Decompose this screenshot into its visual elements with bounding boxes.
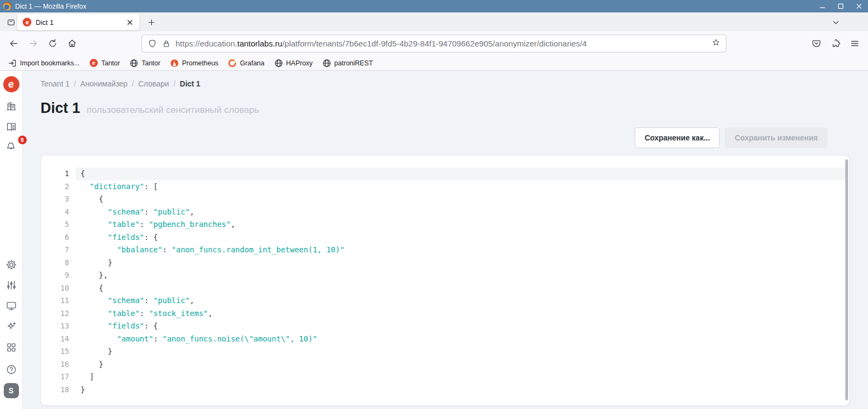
editor-scrollbar[interactable] <box>845 159 848 400</box>
breadcrumb-dictionaries[interactable]: Словари <box>138 79 169 88</box>
back-button[interactable] <box>5 35 22 52</box>
navigation-toolbar: https://education.tantorlabs.ru/platform… <box>0 31 868 56</box>
save-changes-button: Сохранить изменения <box>725 128 827 148</box>
minimize-button[interactable] <box>813 0 831 12</box>
bookmark-import[interactable]: Import bookmarks... <box>4 57 83 69</box>
monitor-icon[interactable] <box>5 300 17 312</box>
bookmark-prometheus[interactable]: Prometheus <box>166 57 222 69</box>
bookmark-star-icon[interactable] <box>711 38 721 49</box>
grafana-swirl-icon <box>228 59 237 68</box>
forward-button[interactable] <box>25 35 42 52</box>
app-sidebar: e 9 <box>0 71 23 409</box>
bookmark-grafana[interactable]: Grafana <box>224 57 268 69</box>
bookmark-tantor-2[interactable]: Tantor <box>126 57 164 69</box>
breadcrumb-tenant[interactable]: Tenant 1 <box>41 79 70 88</box>
pocket-icon[interactable] <box>808 35 825 52</box>
page-title: Dict 1 <box>41 100 80 117</box>
home-button[interactable] <box>64 35 80 52</box>
tab-dict-1[interactable]: e Dict 1 <box>17 14 139 30</box>
globe-icon <box>274 59 283 68</box>
bookmark-haproxy[interactable]: HAProxy <box>271 57 317 69</box>
organization-icon[interactable] <box>5 100 17 112</box>
address-bar[interactable]: https://education.tantorlabs.ru/platform… <box>142 35 726 52</box>
globe-icon <box>130 59 138 68</box>
bookmark-label: Tantor <box>142 59 160 67</box>
globe-icon <box>322 59 331 68</box>
reload-button[interactable] <box>44 35 61 52</box>
apps-grid-icon[interactable] <box>5 341 17 353</box>
tantor-logo-icon: e <box>89 59 98 68</box>
ai-sparkles-icon[interactable] <box>5 320 17 332</box>
editor-gutter: 123456789101112131415161718 <box>41 167 69 396</box>
bookmark-label: patroniREST <box>334 59 373 67</box>
tab-label: Dict 1 <box>36 18 53 26</box>
window-title: Dict 1 — Mozilla Firefox <box>15 3 86 10</box>
notifications-bell-icon[interactable]: 9 <box>0 139 22 151</box>
code-lines[interactable]: { "dictionary": [ { "schema": "public", … <box>80 167 843 396</box>
window-controls <box>813 0 868 12</box>
tantor-logo[interactable]: e <box>3 76 19 92</box>
new-tab-button[interactable] <box>144 15 159 30</box>
url-path: /platform/tenants/7b6ec1df-9fd5-4b29-84f… <box>282 39 587 48</box>
tab-strip: e Dict 1 <box>0 12 868 31</box>
breadcrumb-current: Dict 1 <box>180 79 200 88</box>
page-header: Dict 1 пользовательский сенситивный слов… <box>41 100 259 117</box>
firefox-logo-icon <box>3 2 11 10</box>
user-avatar[interactable]: S <box>4 383 19 398</box>
settings-gear-icon[interactable] <box>5 259 17 271</box>
bookmark-label: Grafana <box>240 59 264 67</box>
bookmark-label: Import bookmarks... <box>20 59 79 67</box>
close-button[interactable] <box>850 0 868 12</box>
bookmark-patronirest[interactable]: patroniREST <box>319 57 377 69</box>
extensions-puzzle-icon[interactable] <box>827 35 844 52</box>
bookmarks-toolbar: Import bookmarks... e Tantor Tantor Prom… <box>0 56 868 71</box>
help-question-icon[interactable] <box>5 364 17 376</box>
prometheus-flame-icon <box>170 59 179 68</box>
action-buttons: Сохранение как... Сохранить изменения <box>635 128 827 148</box>
json-editor[interactable]: 123456789101112131415161718 { "dictionar… <box>41 155 850 406</box>
browser-window: Dict 1 — Mozilla Firefox e Dict 1 <box>0 0 868 409</box>
bookmark-label: Tantor <box>101 59 120 67</box>
page-subtitle: пользовательский сенситивный словарь <box>87 105 259 116</box>
breadcrumb-anonymizer[interactable]: Анонимайзер <box>80 79 127 88</box>
window-titlebar: Dict 1 — Mozilla Firefox <box>0 0 868 12</box>
menu-hamburger-icon[interactable] <box>846 35 863 52</box>
maximize-button[interactable] <box>831 0 850 12</box>
url-domain: tantorlabs.ru <box>237 39 282 48</box>
url-text: https://education.tantorlabs.ru/platform… <box>176 39 587 48</box>
main-content: Tenant 1 / Анонимайзер / Словари / Dict … <box>23 71 868 409</box>
list-tabs-chevron-icon[interactable] <box>828 15 843 30</box>
filters-sliders-icon[interactable] <box>5 279 17 291</box>
bookmark-label: Prometheus <box>182 59 218 67</box>
import-icon <box>8 59 17 68</box>
app-area: e 9 <box>0 71 868 409</box>
firefox-view-button[interactable] <box>3 15 18 30</box>
bookmark-tantor-1[interactable]: e Tantor <box>85 57 124 69</box>
url-prefix: https://education. <box>176 39 237 48</box>
breadcrumb: Tenant 1 / Анонимайзер / Словари / Dict … <box>41 79 200 88</box>
tab-close-icon[interactable] <box>124 17 135 28</box>
bookmark-label: HAProxy <box>286 59 313 67</box>
tracking-shield-icon[interactable] <box>147 39 157 49</box>
connection-lock-icon[interactable] <box>162 39 171 49</box>
dictionary-book-icon[interactable] <box>5 121 17 133</box>
tab-favicon: e <box>23 18 31 26</box>
save-as-button[interactable]: Сохранение как... <box>635 128 719 148</box>
